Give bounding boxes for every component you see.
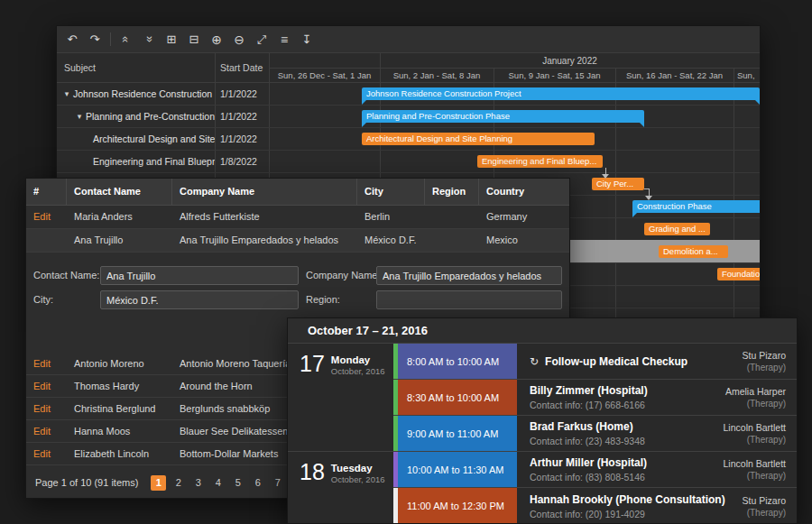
cell-contact-name: Maria Anders bbox=[67, 206, 172, 228]
day-weekday: Tuesday bbox=[331, 463, 385, 473]
appointment-row[interactable]: 8:00 AM to 10:00 AM Follow-up Medical Ch… bbox=[393, 344, 797, 380]
cell-contact-name: Christina Berglund bbox=[67, 398, 172, 419]
appointment-time: 8:00 AM to 10:00 AM bbox=[398, 344, 517, 379]
redo-icon[interactable] bbox=[85, 30, 105, 50]
contact-row[interactable]: Edit Maria Anders Alfreds Futterkiste Be… bbox=[26, 206, 569, 229]
expand-all-icon[interactable] bbox=[139, 30, 159, 50]
gantt-bar-summary[interactable]: Planning and Pre-Construction Phase bbox=[362, 110, 644, 123]
pager-page-7[interactable]: 7 bbox=[270, 475, 285, 491]
appointment-row[interactable]: 8:30 AM to 10:00 AM Billy Zimmer (Hospit… bbox=[393, 380, 797, 416]
zoom-to-fit-icon[interactable] bbox=[252, 30, 272, 50]
pager-page-6[interactable]: 6 bbox=[250, 475, 265, 491]
task-details-icon[interactable] bbox=[274, 30, 294, 50]
edit-link[interactable]: Edit bbox=[26, 443, 67, 464]
grid-header-row: # Contact Name Company Name City Region … bbox=[26, 179, 569, 206]
collapse-all-icon[interactable] bbox=[116, 30, 136, 50]
column-header-city[interactable]: City bbox=[357, 179, 425, 205]
timeline-week-row: Sun, 26 Dec - Sat, 1 Jan Sun, 2 Jan - Sa… bbox=[269, 68, 760, 82]
expand-toggle-icon[interactable] bbox=[60, 89, 73, 98]
appointment-person: Lincoln Bartlett bbox=[724, 458, 786, 469]
city-input[interactable] bbox=[100, 290, 299, 309]
expand-toggle-icon[interactable] bbox=[73, 112, 86, 121]
edit-link[interactable] bbox=[26, 229, 67, 252]
undo-icon[interactable] bbox=[62, 30, 82, 50]
company-name-input[interactable] bbox=[376, 266, 562, 285]
gantt-bar-summary[interactable]: Johnson Residence Construction Project bbox=[362, 87, 760, 100]
cell-contact-name: Thomas Hardy bbox=[67, 375, 172, 397]
pager-page-2[interactable]: 2 bbox=[171, 475, 186, 491]
appointment-role: (Therapy) bbox=[724, 471, 786, 481]
appointment-title: Billy Zimmer (Hospital) bbox=[530, 384, 648, 397]
task-subject: Engineering and Final Bluepr... bbox=[93, 156, 215, 167]
gantt-bar-summary[interactable]: Construction Phase bbox=[632, 200, 761, 213]
appointment-row[interactable]: 9:00 AM to 11:00 AM Brad Farkus (Home) C… bbox=[393, 416, 797, 452]
edit-link[interactable]: Edit bbox=[26, 398, 67, 419]
day-monthyear: October, 2016 bbox=[331, 366, 385, 376]
column-header-country[interactable]: Country bbox=[479, 179, 571, 205]
day-monthyear: October, 2016 bbox=[331, 474, 385, 484]
gantt-bar-label: Foundation bbox=[717, 268, 761, 280]
edit-link[interactable]: Edit bbox=[26, 353, 67, 374]
task-start-date: 1/1/2022 bbox=[220, 106, 257, 127]
pager-page-5[interactable]: 5 bbox=[230, 475, 245, 491]
desktop: Subject Start Date January 2022 Sun, 26 … bbox=[0, 0, 812, 524]
zoom-out-icon[interactable] bbox=[229, 30, 249, 50]
column-header-start-date[interactable]: Start Date bbox=[220, 53, 263, 82]
day-number: 17 bbox=[300, 352, 325, 451]
gantt-bar-task[interactable]: Demolition a... bbox=[659, 245, 728, 258]
gantt-bar-label: Demolition a... bbox=[659, 245, 728, 258]
gantt-toolbar bbox=[57, 26, 760, 53]
appointment-role: (Therapy) bbox=[743, 363, 786, 372]
appointment-time: 9:00 AM to 11:00 AM bbox=[398, 416, 517, 451]
gantt-bar-task[interactable]: Grading and ... bbox=[644, 223, 710, 235]
export-icon[interactable] bbox=[297, 30, 317, 50]
timeline-month-label: January 2022 bbox=[380, 53, 760, 68]
column-header-number[interactable]: # bbox=[26, 179, 67, 205]
gantt-bar-label: Grading and ... bbox=[644, 223, 710, 235]
gantt-bar-task[interactable]: Foundation bbox=[717, 268, 761, 280]
edit-link[interactable]: Edit bbox=[26, 206, 67, 228]
cell-contact-name: Elizabeth Lincoln bbox=[67, 443, 172, 464]
add-subtask-icon[interactable] bbox=[184, 30, 204, 50]
contact-row-selected[interactable]: Ana Trujillo Ana Trujillo Emparedados y … bbox=[26, 229, 569, 253]
gantt-bar-label: Johnson Residence Construction Project bbox=[362, 87, 760, 100]
recurrence-icon bbox=[530, 355, 539, 368]
day-number: 18 bbox=[300, 460, 325, 523]
gantt-bar-task[interactable]: Engineering and Final Bluep... bbox=[477, 155, 603, 168]
zoom-in-icon[interactable] bbox=[207, 30, 226, 50]
task-start-date: 1/1/2022 bbox=[220, 83, 257, 105]
cell-contact-name: Hanna Moos bbox=[67, 420, 172, 442]
gantt-bar-label: Construction Phase bbox=[632, 200, 761, 213]
day-weekday: Monday bbox=[331, 354, 385, 365]
edit-link[interactable]: Edit bbox=[26, 375, 67, 397]
city-label: City: bbox=[33, 290, 53, 309]
region-input[interactable] bbox=[376, 290, 562, 309]
cell-country: Germany bbox=[479, 206, 571, 228]
pager-page-1[interactable]: 1 bbox=[151, 475, 166, 491]
gantt-bar-label: City Per... bbox=[592, 178, 644, 190]
add-task-icon[interactable] bbox=[161, 30, 181, 50]
appointment-row[interactable]: 11:00 AM to 12:30 PM Hannah Brookly (Pho… bbox=[393, 488, 797, 523]
gantt-bar-task[interactable]: Architectural Design and Site Planning bbox=[362, 133, 595, 145]
task-subject: Johnson Residence Construction ... bbox=[73, 88, 215, 99]
gantt-row[interactable]: Engineering and Final Bluepr... 1/8/2022 bbox=[57, 151, 760, 173]
column-header-subject[interactable]: Subject bbox=[64, 53, 96, 82]
gantt-bar-task[interactable]: City Per... bbox=[592, 178, 644, 190]
timeline-week-cell: Sun, 16 Jan - Sat, 22 Jan bbox=[615, 69, 734, 82]
appointment-time: 10:00 AM to 11:30 AM bbox=[398, 452, 517, 487]
pager-page-4[interactable]: 4 bbox=[210, 475, 226, 491]
contact-name-input[interactable] bbox=[100, 266, 299, 285]
appointment-row[interactable]: 10:00 AM to 11:30 AM Arthur Miller (Hosp… bbox=[393, 452, 797, 488]
gantt-bar-label: Engineering and Final Bluep... bbox=[477, 155, 603, 168]
timeline-week-cell: Sun, bbox=[734, 69, 761, 82]
pager-page-3[interactable]: 3 bbox=[190, 475, 206, 491]
appointment-role: (Therapy) bbox=[724, 435, 786, 445]
appointment-person: Stu Pizaro bbox=[743, 495, 786, 506]
column-header-contact-name[interactable]: Contact Name bbox=[67, 179, 172, 205]
column-header-region[interactable]: Region bbox=[425, 179, 479, 205]
cell-region bbox=[425, 229, 479, 252]
column-header-company-name[interactable]: Company Name bbox=[172, 179, 357, 205]
edit-link[interactable]: Edit bbox=[26, 420, 67, 442]
appointment-title: Arthur Miller (Hospital) bbox=[530, 456, 647, 469]
cell-city: México D.F. bbox=[357, 229, 425, 252]
